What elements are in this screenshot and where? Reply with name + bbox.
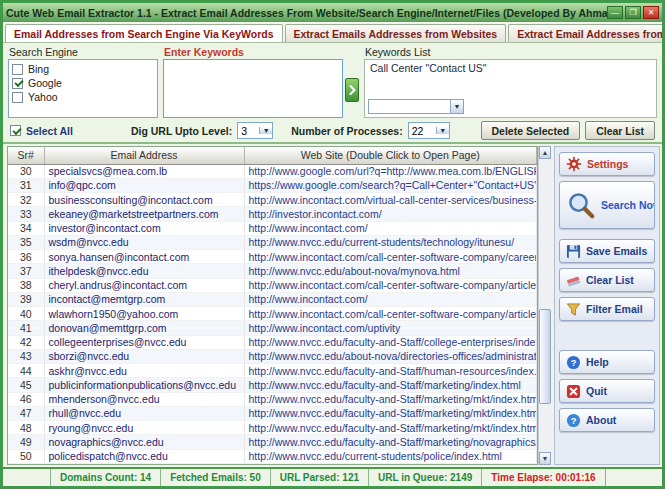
title-bar: Cute Web Email Extractor 1.1 - Extract E…: [3, 3, 662, 22]
table-row[interactable]: 46mhenderson@nvcc.eduhttp://www.nvcc.edu…: [8, 392, 537, 406]
processes-select[interactable]: 22 ▼: [408, 122, 450, 139]
button-label: Help: [586, 356, 609, 368]
maximize-icon[interactable]: ❐: [625, 6, 641, 19]
top-panel: Search Engine BingGoogleYahoo Enter Keyw…: [3, 43, 662, 119]
col-email[interactable]: Email Address: [44, 147, 244, 164]
engine-option-bing[interactable]: Bing: [12, 62, 154, 76]
table-row[interactable]: 40wlawhorn1950@yahoo.comhttp://www.incon…: [8, 307, 537, 321]
control-row: Select All Dig URL Upto Level: 3 ▼ Numbe…: [3, 119, 662, 144]
engine-option-google[interactable]: Google: [12, 76, 154, 90]
app-window: Cute Web Email Extractor 1.1 - Extract E…: [0, 0, 665, 489]
table-row[interactable]: 39incontact@memtgrp.comhttp://www.incont…: [8, 292, 537, 306]
status-item: Time Elapse: 00:01:16: [482, 469, 605, 486]
status-pad: [3, 469, 51, 486]
keywords-combo[interactable]: ▼: [368, 99, 464, 114]
search-icon: [566, 190, 596, 220]
col-sr[interactable]: Sr#: [8, 147, 44, 164]
keywords-input[interactable]: [163, 59, 343, 118]
dig-url-label: Dig URL Upto Level:: [131, 125, 232, 137]
tab-1[interactable]: Email Addresses from Search Engine Via K…: [5, 24, 283, 42]
chevron-down-icon[interactable]: ▼: [450, 100, 463, 113]
filter-icon: [566, 302, 581, 317]
button-label: Save Emails: [586, 245, 647, 257]
email-table-area: Sr# Email Address Web Site (Double Click…: [7, 146, 538, 465]
status-item: Domains Count: 14: [51, 469, 161, 486]
clear-list-button[interactable]: Clear List: [559, 268, 655, 292]
status-bar: Domains Count: 14Fetched Emails: 50URL P…: [3, 467, 662, 486]
scroll-down-icon[interactable]: ▼: [539, 452, 551, 465]
checkbox[interactable]: [12, 64, 23, 75]
status-item: URL in Queue: 2149: [369, 469, 482, 486]
delete-selected-button[interactable]: Delete Selected: [481, 121, 581, 140]
table-row[interactable]: 31info@qpc.comhttps://www.google.com/sea…: [8, 178, 537, 192]
table-row[interactable]: 42collegeenterprises@nvcc.eduhttp://www.…: [8, 335, 537, 349]
select-all-checkbox[interactable]: [10, 125, 21, 136]
table-row[interactable]: 33ekeaney@marketstreetpartners.comhttp:/…: [8, 207, 537, 221]
close-icon[interactable]: ✕: [643, 6, 659, 19]
scrollbar-thumb[interactable]: [539, 309, 551, 404]
table-row[interactable]: 37ithelpdesk@nvcc.eduhttp://www.nvcc.edu…: [8, 264, 537, 278]
table-row[interactable]: 36sonya.hansen@incontact.comhttp://www.i…: [8, 250, 537, 264]
button-label: Settings: [587, 158, 628, 170]
table-row[interactable]: 45publicinformationpublications@nvcc.edu…: [8, 378, 537, 392]
table-row[interactable]: 41donovan@memttgrp.comhttp://www.inconta…: [8, 321, 537, 335]
checkbox[interactable]: [12, 92, 23, 103]
enter-keywords-group: Enter Keywords: [163, 46, 359, 118]
keywords-list-box[interactable]: Call Center "Contact US" ▼: [364, 59, 657, 118]
keywords-list-group: Keywords List Call Center "Contact US" ▼: [364, 46, 657, 118]
quit-button[interactable]: Quit: [559, 379, 655, 403]
help-button[interactable]: ?Help: [559, 350, 655, 374]
search-engine-list: BingGoogleYahoo: [8, 59, 158, 118]
about-icon: ?: [566, 413, 581, 428]
chevron-down-icon[interactable]: ▼: [259, 127, 272, 134]
minimize-icon[interactable]: —: [607, 6, 623, 19]
email-table: Sr# Email Address Web Site (Double Click…: [8, 147, 537, 464]
table-row[interactable]: 49novagraphics@nvcc.eduhttp://www.nvcc.e…: [8, 435, 537, 449]
button-label: Clear List: [586, 274, 634, 286]
checkbox[interactable]: [12, 78, 23, 89]
main-area: Sr# Email Address Web Site (Double Click…: [3, 144, 662, 467]
save-emails-button[interactable]: Save Emails: [559, 239, 655, 263]
tab-2[interactable]: Extract Emails Addresses from Websites: [285, 24, 507, 42]
settings-button[interactable]: Settings: [559, 152, 655, 176]
search-engine-group: Search Engine BingGoogleYahoo: [8, 46, 158, 118]
chevron-down-icon[interactable]: ▼: [436, 127, 449, 134]
table-row[interactable]: 30specialsvcs@mea.com.lbhttp://www.googl…: [8, 164, 537, 178]
button-label: Search Now: [601, 199, 655, 211]
table-row[interactable]: 48ryoung@nvcc.eduhttp://www.nvcc.edu/fac…: [8, 421, 537, 435]
search-now-button[interactable]: Search Now: [559, 181, 655, 229]
window-title: Cute Web Email Extractor 1.1 - Extract E…: [6, 7, 607, 19]
button-label: Filter Email: [586, 303, 643, 315]
clear-list-top-button[interactable]: Clear List: [585, 121, 655, 140]
enter-keywords-label: Enter Keywords: [163, 46, 359, 59]
add-keyword-button[interactable]: [345, 78, 359, 102]
save-icon: [566, 244, 581, 259]
status-item: Fetched Emails: 50: [161, 469, 271, 486]
table-row[interactable]: 50policedispatch@nvcc.eduhttp://www.nvcc…: [8, 449, 537, 464]
table-row[interactable]: 32businessconsulting@incontact.comhttp:/…: [8, 193, 537, 207]
svg-text:?: ?: [571, 416, 577, 426]
tab-3[interactable]: Extract Email Addresses from Files: [508, 24, 665, 42]
col-website[interactable]: Web Site (Double Click to Open Page): [244, 147, 537, 164]
engine-label: Bing: [28, 63, 49, 75]
table-row[interactable]: 44askhr@nvcc.eduhttp://www.nvcc.edu/facu…: [8, 364, 537, 378]
filter-email-button[interactable]: Filter Email: [559, 297, 655, 321]
help-icon: ?: [566, 355, 581, 370]
scroll-up-icon[interactable]: ▲: [539, 146, 551, 159]
tab-bar: Email Addresses from Search Engine Via K…: [3, 22, 662, 43]
table-row[interactable]: 43sborzi@nvcc.eduhttp://www.nvcc.edu/abo…: [8, 349, 537, 363]
svg-text:?: ?: [571, 358, 577, 368]
table-row[interactable]: 47rhull@nvcc.eduhttp://www.nvcc.edu/facu…: [8, 406, 537, 420]
table-row[interactable]: 35wsdm@nvcc.eduhttp://www.nvcc.edu/curre…: [8, 235, 537, 249]
about-button[interactable]: ?About: [559, 408, 655, 432]
table-row[interactable]: 38cheryl.andrus@incontact.comhttp://www.…: [8, 278, 537, 292]
table-scrollbar[interactable]: ▲ ▼: [538, 146, 551, 465]
quit-icon: [566, 384, 581, 399]
engine-option-yahoo[interactable]: Yahoo: [12, 90, 154, 104]
keywords-list-label: Keywords List: [364, 46, 657, 59]
keyword-item[interactable]: Call Center "Contact US": [370, 62, 651, 74]
table-row[interactable]: 34investor@incontact.comhttp://www.incon…: [8, 221, 537, 235]
sidebar: SettingsSearch NowSave EmailsClear ListF…: [554, 146, 660, 465]
button-label: Quit: [586, 385, 607, 397]
dig-url-select[interactable]: 3 ▼: [237, 122, 273, 139]
